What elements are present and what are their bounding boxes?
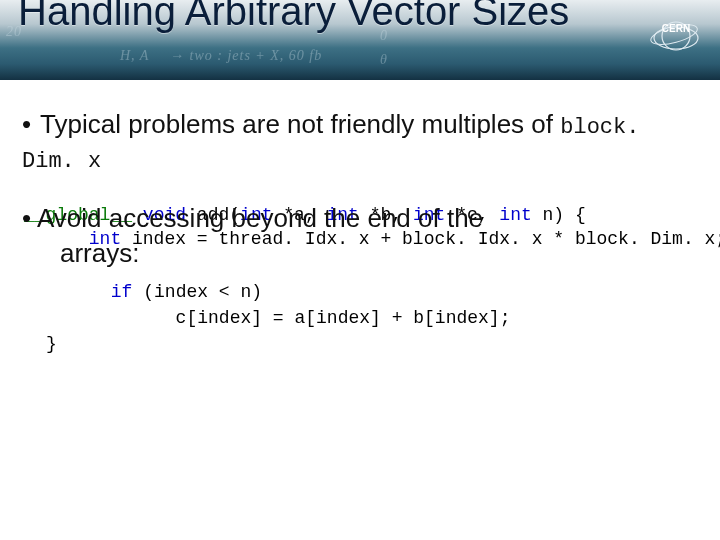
code-below: if (index < n) c[index] = a[index] + b[i… bbox=[46, 279, 698, 357]
bullet-marker: • bbox=[22, 203, 37, 233]
bullet-2-line1: Avoid accessing beyond the end of the bbox=[37, 203, 483, 233]
slide-body: • Typical problems are not friendly mult… bbox=[0, 80, 720, 357]
bullet-2: • Avoid accessing beyond the end of the … bbox=[22, 201, 698, 271]
slide-title: Handling Arbitrary Vector Sizes bbox=[18, 0, 569, 32]
bullet-1: • Typical problems are not friendly mult… bbox=[22, 108, 698, 175]
deco-text: H, A bbox=[120, 48, 149, 64]
code-text: c[index] = a[index] + b[index]; bbox=[46, 308, 510, 328]
cern-logo-icon: CERN bbox=[648, 14, 704, 54]
bullet-marker: • bbox=[22, 108, 40, 141]
code-text: (index < n) bbox=[132, 282, 262, 302]
deco-text: → two : jets + X, 60 fb bbox=[170, 48, 322, 64]
slide-header: 20 H, A → two : jets + X, 60 fb 0 θ Hand… bbox=[0, 0, 720, 80]
code-keyword: if bbox=[111, 282, 133, 302]
bullet-2-wrap: __global__ void add(int *a, int *b, int … bbox=[22, 201, 698, 271]
cern-logo-label: CERN bbox=[662, 23, 690, 34]
code-indent bbox=[46, 282, 111, 302]
bullet-2-line2: arrays: bbox=[60, 236, 698, 271]
deco-text: θ bbox=[380, 52, 388, 68]
slide: 20 H, A → two : jets + X, 60 fb 0 θ Hand… bbox=[0, 0, 720, 540]
code-text: } bbox=[46, 334, 57, 354]
bullet-1-text: Typical problems are not friendly multip… bbox=[40, 109, 560, 139]
